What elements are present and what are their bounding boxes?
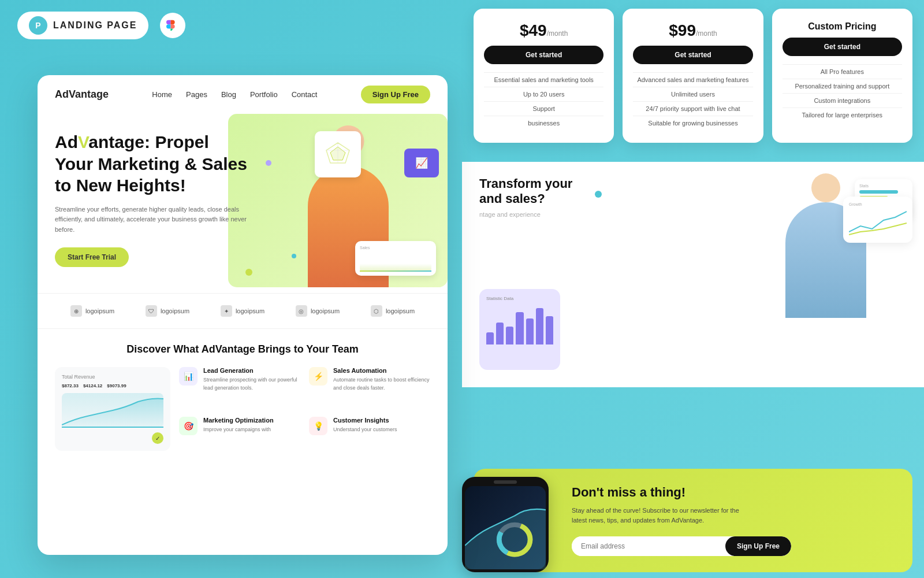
pricing-feature-2-1: Unlimited users bbox=[633, 87, 752, 101]
bar-5 bbox=[526, 318, 534, 345]
nav-signup-button[interactable]: Sign Up Free bbox=[361, 86, 430, 103]
brand-name: AdVantage bbox=[55, 88, 109, 101]
pricing-feature-3-2: Custom integrations bbox=[783, 93, 902, 108]
logo-pill: P LANDING PAGE bbox=[17, 12, 148, 39]
feature-customer: 💡 Customer Insights Understand your cust… bbox=[309, 417, 430, 451]
feature-desc-2: Automate routine tasks to boost efficien… bbox=[333, 376, 430, 392]
hero-subtitle: Streamline your efforts, generate higher… bbox=[55, 205, 251, 235]
newsletter-desc: Stay ahead of the curve! Subscribe to ou… bbox=[572, 506, 745, 526]
nav-links: Home Pages Blog Portfolio Contact bbox=[152, 90, 317, 99]
bar-3 bbox=[506, 327, 513, 345]
nav-blog[interactable]: Blog bbox=[221, 90, 236, 99]
newsletter-section: Don't miss a thing! Stay ahead of the cu… bbox=[474, 469, 912, 572]
pricing-feature-2-3: Suitable for growing businesses bbox=[633, 116, 752, 130]
sales-auto-icon: ⚡ bbox=[309, 367, 327, 386]
phone-notch bbox=[494, 480, 517, 484]
nav-portfolio[interactable]: Portfolio bbox=[250, 90, 278, 99]
dot-deco bbox=[245, 269, 252, 276]
transform-subtitle: ntage and experience bbox=[479, 211, 629, 218]
features-title: Discover What AdVantage Brings to Your T… bbox=[55, 343, 430, 355]
logo-icon-3: ✦ bbox=[221, 305, 232, 317]
phone-screen bbox=[465, 486, 546, 569]
pricing-card-2: $99/month Get started Advanced sales and… bbox=[623, 9, 763, 143]
h-bar-1 bbox=[859, 190, 898, 194]
pricing-card-3: Custom Pricing Get started All Pro featu… bbox=[772, 9, 912, 143]
get-started-3[interactable]: Get started bbox=[783, 38, 902, 56]
pricing-feature-3-1: Personalized training and support bbox=[783, 79, 902, 93]
feature-desc-4: Understand your customers bbox=[333, 426, 397, 434]
pricing-feature-1-2: Support bbox=[484, 101, 603, 116]
logo-icon-5: ⬡ bbox=[371, 305, 382, 317]
newsletter-title: Don't miss a thing! bbox=[572, 485, 896, 500]
price-1: $49/month bbox=[484, 21, 603, 40]
phone-mockup bbox=[462, 477, 549, 572]
mini-chart bbox=[360, 251, 431, 272]
right-line-chart: Growth bbox=[843, 197, 912, 243]
stats-widget: 📈 bbox=[404, 149, 439, 177]
bar-6 bbox=[536, 308, 543, 344]
logo-item-5: ⬡ logoipsum bbox=[371, 305, 415, 317]
top-bar: P LANDING PAGE bbox=[17, 12, 185, 39]
bar-2 bbox=[496, 323, 504, 345]
get-started-1[interactable]: Get started bbox=[484, 46, 603, 64]
stats-label: Statistic Data bbox=[486, 296, 553, 301]
price-2: $99/month bbox=[633, 21, 752, 40]
email-input[interactable] bbox=[572, 536, 725, 556]
pricing-feature-1-3: businesses bbox=[484, 116, 603, 130]
logo-icon-1: ⊕ bbox=[70, 305, 82, 317]
feature-title-1: Lead Generation bbox=[203, 367, 300, 374]
hero-section: AdVantage: Propel Your Marketing & Sales… bbox=[38, 114, 448, 293]
trial-button[interactable]: Start Free Trial bbox=[55, 247, 129, 267]
feature-title-2: Sales Automation bbox=[333, 367, 430, 374]
nav-home[interactable]: Home bbox=[152, 90, 172, 99]
logo-item-3: ✦ logoipsum bbox=[221, 305, 264, 317]
figma-icon bbox=[160, 13, 185, 38]
hero-title: AdVantage: Propel Your Marketing & Sales… bbox=[55, 131, 251, 197]
pricing-feature-3-0: All Pro features bbox=[783, 64, 902, 79]
feature-sales-auto: ⚡ Sales Automation Automate routine task… bbox=[309, 367, 430, 408]
lead-gen-icon: 📊 bbox=[179, 367, 198, 386]
pricing-feature-2-0: Advanced sales and marketing features bbox=[633, 72, 752, 87]
logo-item-1: ⊕ logoipsum bbox=[70, 305, 114, 317]
feature-lead-gen: 📊 Lead Generation Streamline prospecting… bbox=[179, 367, 300, 408]
feature-title-4: Customer Insights bbox=[333, 417, 397, 424]
nav-contact[interactable]: Contact bbox=[292, 90, 318, 99]
stats-bar-chart: Statistic Data bbox=[479, 289, 560, 370]
get-started-2[interactable]: Get started bbox=[633, 46, 752, 64]
card-nav: AdVantage Home Pages Blog Portfolio Cont… bbox=[38, 75, 448, 114]
subscribe-button[interactable]: Sign Up Free bbox=[725, 536, 791, 556]
logo-icon-4: ◎ bbox=[296, 305, 307, 317]
middle-section: Transform yourand sales? ntage and exper… bbox=[462, 162, 924, 387]
hero-text: AdVantage: Propel Your Marketing & Sales… bbox=[55, 131, 251, 267]
hero-image: Sales 📈 bbox=[228, 114, 448, 287]
radar-widget bbox=[315, 131, 361, 177]
bar-1 bbox=[486, 332, 494, 344]
pricing-row: $49/month Get started Essential sales an… bbox=[462, 0, 924, 151]
revenue-label: Total Revenue bbox=[62, 374, 163, 380]
feature-marketing: 🎯 Marketing Optimization Improve your ca… bbox=[179, 417, 300, 451]
features-grid: Total Revenue $872.33 $4124.12 $9073.99 bbox=[55, 367, 430, 451]
app-title: LANDING PAGE bbox=[53, 20, 137, 31]
revenue-amounts: $872.33 $4124.12 $9073.99 bbox=[62, 383, 163, 388]
logo-item-2: 🛡 logoipsum bbox=[146, 305, 189, 317]
right-panel: $49/month Get started Essential sales an… bbox=[462, 0, 924, 578]
newsletter-form: Sign Up Free bbox=[572, 536, 791, 556]
revenue-chart-box: Total Revenue $872.33 $4124.12 $9073.99 bbox=[55, 367, 170, 451]
area-chart bbox=[62, 393, 163, 428]
dot-mid bbox=[595, 191, 602, 198]
bar-4 bbox=[516, 312, 523, 344]
nav-pages[interactable]: Pages bbox=[186, 90, 207, 99]
feature-desc-3: Improve your campaigns with bbox=[203, 426, 274, 434]
bar-7 bbox=[546, 316, 553, 344]
customer-icon: 💡 bbox=[309, 417, 327, 435]
marketing-icon: 🎯 bbox=[179, 417, 198, 435]
transform-title: Transform yourand sales? bbox=[479, 176, 629, 206]
pricing-card-1: $49/month Get started Essential sales an… bbox=[474, 9, 614, 143]
custom-pricing-title: Custom Pricing bbox=[783, 21, 902, 32]
chart-widget: Sales bbox=[355, 241, 436, 276]
check-badge: ✓ bbox=[152, 432, 163, 444]
feature-desc-1: Streamline prospecting with our powerful… bbox=[203, 376, 300, 392]
pricing-feature-1-1: Up to 20 users bbox=[484, 87, 603, 101]
pricing-feature-1-0: Essential sales and marketing tools bbox=[484, 72, 603, 87]
dot-deco bbox=[292, 254, 296, 258]
